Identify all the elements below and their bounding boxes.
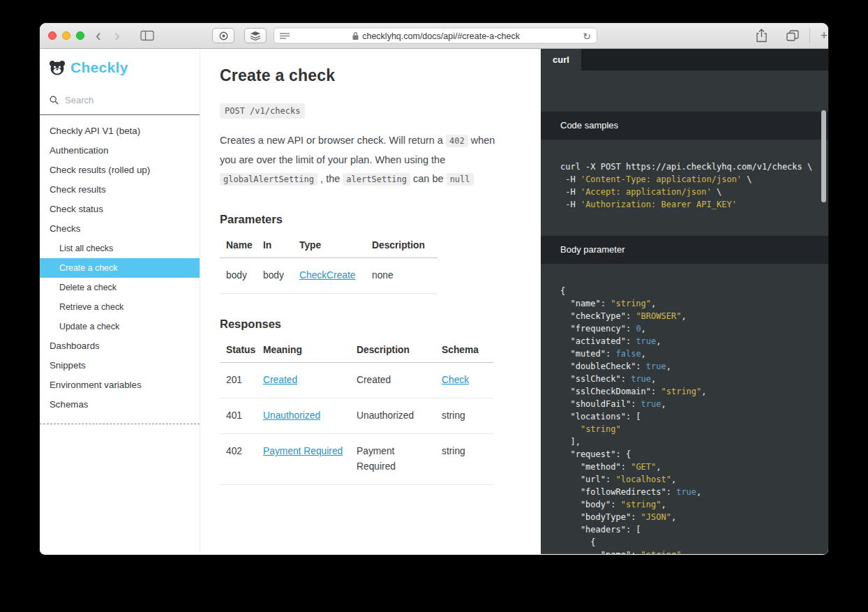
code-token: curl -X POST https://api.checklyhq.com/v…: [560, 162, 812, 172]
code-token: ,: [651, 374, 656, 384]
sidebar-item[interactable]: Check status: [40, 200, 200, 219]
code-token: \: [742, 174, 751, 184]
window-controls: [48, 31, 84, 40]
address-bar[interactable]: checklyhq.com/docs/api/#create-a-check ↻: [274, 28, 597, 44]
code-token: "followRedirects":: [560, 487, 676, 497]
table-cell: body: [263, 258, 299, 294]
responses-heading: Responses: [220, 318, 521, 331]
code-token: ,: [681, 311, 686, 321]
code-token: "method":: [560, 462, 631, 472]
page-title: Create a check: [220, 66, 521, 85]
scrollbar-thumb[interactable]: [821, 110, 826, 202]
share-button[interactable]: [756, 29, 768, 43]
browser-toolbar: ‹ ›: [40, 23, 828, 49]
table-header-row: StatusMeaningDescriptionSchema: [220, 338, 493, 363]
code-token: "string": [611, 299, 651, 308]
refresh-button[interactable]: ↻: [583, 30, 591, 41]
table-cell: Created: [263, 363, 357, 398]
table-row: 401UnauthorizedUnauthorizedstring: [220, 398, 493, 434]
reader-button[interactable]: [280, 32, 290, 39]
code-token: "string": [581, 424, 621, 434]
code-token: {: [560, 537, 596, 547]
sidebar-item[interactable]: Retrieve a check: [40, 297, 200, 317]
sidebar-item[interactable]: Environment variables: [40, 375, 200, 395]
close-window-button[interactable]: [48, 31, 57, 40]
sidebar-item[interactable]: Schemas: [40, 395, 200, 415]
table-cell: 402: [220, 434, 263, 485]
table-link[interactable]: CheckCreate: [299, 270, 356, 281]
code-token: "JSON": [641, 512, 671, 522]
table-cell: string: [442, 434, 493, 485]
forward-button[interactable]: ›: [114, 28, 120, 44]
table-link[interactable]: Payment Required: [263, 446, 343, 456]
column-header: In: [263, 233, 299, 258]
sidebar-item[interactable]: Checks: [40, 219, 200, 239]
sidebar-item[interactable]: Snippets: [40, 356, 200, 375]
share-icon: [756, 29, 768, 43]
sidebar-item[interactable]: Check results (rolled up): [40, 161, 200, 180]
column-header: Name: [220, 233, 263, 258]
sidebar-item[interactable]: Update a check: [40, 317, 200, 336]
code-token: ,: [696, 487, 701, 497]
docs-sidebar: Checkly Checkly API V1 (beta)Authenticat…: [40, 49, 200, 554]
sidebar-item[interactable]: Check results: [40, 180, 200, 200]
sidebar-icon: [140, 31, 154, 41]
table-cell: Payment Required: [357, 434, 442, 485]
code-sections: Code samplescurl -X POST https://api.che…: [541, 112, 828, 554]
sidebar-toggle-button[interactable]: [140, 31, 154, 41]
code-token: true: [646, 361, 666, 371]
new-tab-button[interactable]: +: [816, 29, 828, 43]
endpoint-chip: POST /v1/checks: [220, 103, 305, 119]
search-icon: [50, 96, 59, 105]
sidebar-item[interactable]: Delete a check: [40, 278, 200, 297]
code-token: "localhost": [615, 475, 671, 484]
back-button[interactable]: ‹: [96, 28, 101, 44]
fullscreen-window-button[interactable]: [76, 31, 84, 40]
inline-code: alertSetting: [343, 173, 410, 186]
search-input[interactable]: [65, 95, 170, 105]
tabs-icon: [786, 30, 799, 41]
table-cell: 401: [220, 398, 263, 434]
code-token: [560, 424, 581, 434]
table-cell: 201: [220, 363, 263, 398]
sidebar-item[interactable]: List all checks: [40, 239, 200, 258]
table-cell: string: [442, 398, 493, 434]
extension-stack-button[interactable]: [244, 28, 267, 43]
code-token: ,: [651, 299, 656, 308]
sidebar-divider: [40, 424, 200, 424]
sidebar-item[interactable]: Checkly API V1 (beta): [40, 121, 200, 141]
description-text: can be: [410, 173, 447, 184]
description-text: Creates a new API or browser check. Will…: [220, 135, 446, 146]
checkly-mascot-icon: [49, 60, 66, 75]
code-token: ],: [560, 437, 581, 447]
code-token: "name":: [560, 299, 611, 308]
extension-lens-button[interactable]: [212, 28, 234, 43]
data-table: NameInTypeDescriptionbodybodyCheckCreate…: [220, 233, 437, 294]
minimize-window-button[interactable]: [62, 31, 70, 40]
show-all-tabs-button[interactable]: [786, 30, 799, 41]
code-token: ,: [641, 349, 646, 359]
code-token: "GET": [631, 462, 656, 472]
table-cell: Unauthorized: [263, 398, 357, 434]
code-token: ,: [666, 361, 671, 371]
sidebar-item-active[interactable]: Create a check: [40, 258, 200, 278]
sidebar-item[interactable]: Dashboards: [40, 336, 200, 356]
code-block: { "name": "string", "checkType": "BROWSE…: [541, 264, 828, 554]
code-token: -H: [560, 200, 581, 209]
code-token: -H: [560, 174, 581, 184]
table-link[interactable]: Check: [442, 375, 469, 385]
code-token: "BROWSER": [636, 311, 681, 321]
code-block: curl -X POST https://api.checklyhq.com/v…: [541, 140, 828, 236]
table-row: bodybodyCheckCreatenone: [220, 258, 437, 294]
page-content: Checkly Checkly API V1 (beta)Authenticat…: [40, 49, 828, 554]
checkly-logo[interactable]: Checkly: [49, 59, 128, 77]
table-cell: none: [372, 258, 437, 294]
search-box[interactable]: [40, 95, 200, 115]
sidebar-item[interactable]: Authentication: [40, 141, 200, 161]
code-token: {: [560, 286, 565, 296]
tab-curl[interactable]: curl: [541, 49, 581, 70]
table-link[interactable]: Created: [263, 375, 297, 385]
table-link[interactable]: Unauthorized: [263, 410, 320, 421]
code-token: "shouldFail":: [560, 399, 641, 409]
code-token: "locations": [: [560, 412, 641, 421]
